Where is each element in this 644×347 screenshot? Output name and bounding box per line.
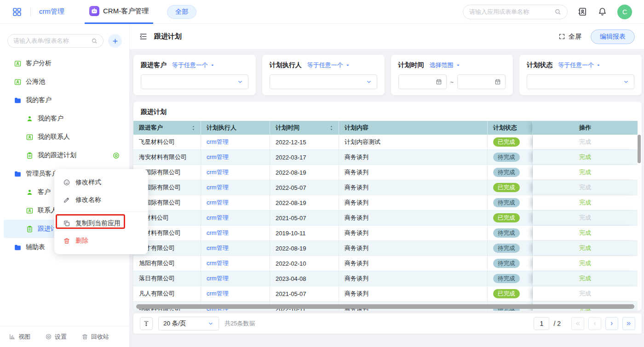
complete-action[interactable]: 完成 (579, 229, 591, 237)
sort-button[interactable] (328, 125, 334, 131)
filter-condition-dropdown[interactable]: 等于任意一个 (558, 61, 601, 69)
table-row-1[interactable]: 飞星材料公司crm管理2022-12-15计划内容测试已完成完成 (133, 135, 638, 150)
filter-value-select[interactable] (527, 74, 634, 89)
date-start-input[interactable] (398, 74, 447, 89)
sidebar-footer-2[interactable]: 设置 (45, 333, 67, 341)
column-label: 计划内容 (345, 124, 368, 132)
gear-button[interactable] (112, 152, 120, 159)
table-row-2[interactable]: 海安材料有限公司crm管理2022-03-17商务谈判待完成完成 (133, 150, 638, 165)
executor-link[interactable]: crm管理 (207, 244, 229, 252)
cell-date: 2022-02-10 (270, 256, 339, 271)
complete-action[interactable]: 完成 (579, 199, 591, 207)
sidebar-item-4[interactable]: 我的客户 (4, 109, 126, 128)
caret-icon (345, 63, 351, 68)
executor-link[interactable]: crm管理 (207, 183, 229, 192)
menu-item-4[interactable]: 删除 (54, 232, 148, 250)
executor-link[interactable]: crm管理 (207, 199, 229, 207)
complete-action[interactable]: 完成 (579, 168, 591, 176)
column-header-4: 计划内容 (339, 121, 488, 135)
tab-crm-customer-management[interactable]: CRM-客户管理 (85, 0, 153, 24)
executor-link[interactable]: crm管理 (207, 229, 229, 237)
table-row-5[interactable]: 宇国际有限公司crm管理2022-08-19商务谈判待完成完成 (133, 195, 638, 210)
cell-content: 商务谈判 (339, 165, 488, 180)
scope-all-pill[interactable]: 全部 (167, 5, 196, 19)
menu-item-1[interactable]: 修改样式 (54, 174, 148, 191)
table-row-6[interactable]: 星材料公司crm管理2021-05-07商务谈判已完成完成 (133, 210, 638, 226)
sidebar-item-6[interactable]: 我的跟进计划 (4, 146, 126, 165)
complete-action[interactable]: 完成 (579, 259, 591, 267)
complete-action[interactable]: 完成 (579, 153, 591, 161)
page-number-input[interactable]: 1 (534, 317, 549, 330)
column-header-1[interactable]: 跟进客户 (133, 121, 201, 135)
complete-action: 完成 (579, 183, 591, 192)
executor-link[interactable]: crm管理 (207, 214, 229, 222)
table-row-8[interactable]: 成才有限公司crm管理2022-08-19商务谈判待完成完成 (133, 241, 638, 256)
prev-page-button[interactable] (588, 317, 601, 330)
sidebar-item-1[interactable]: 客户分析 (4, 54, 126, 73)
sidebar-item-5[interactable]: 我的联系人 (4, 128, 126, 146)
executor-link[interactable]: crm管理 (207, 259, 229, 267)
table-row-3[interactable]: 瑾国际有限公司crm管理2022-08-19商务谈判待完成完成 (133, 165, 638, 180)
form-search-input[interactable]: 请输入表单/报表名称 (7, 34, 104, 48)
sidebar-footer-1[interactable]: 视图 (9, 333, 30, 341)
cell-action: 完成 (533, 150, 638, 165)
sort-button[interactable] (190, 125, 196, 131)
add-form-button[interactable] (108, 34, 122, 48)
collapse-sidebar-button[interactable] (139, 32, 148, 41)
filter-value-select[interactable] (141, 74, 248, 89)
menu-item-2[interactable]: 修改名称 (54, 191, 148, 209)
contact-icon (26, 133, 34, 141)
filter-condition-dropdown[interactable]: 等于任意一个 (172, 61, 215, 69)
executor-link[interactable]: crm管理 (207, 168, 229, 176)
cell-content: 商务谈判 (339, 241, 488, 256)
executor-link[interactable]: crm管理 (207, 138, 229, 146)
table-row-4[interactable]: 威国际有限公司crm管理2022-05-07商务谈判已完成完成 (133, 180, 638, 195)
last-page-button[interactable] (622, 317, 635, 330)
cell-date: 2022-03-17 (270, 150, 339, 165)
complete-action[interactable]: 完成 (579, 244, 591, 252)
status-badge: 待完成 (493, 198, 520, 208)
horizontal-scrollbar[interactable] (136, 304, 634, 309)
rowheight-icon (143, 320, 150, 327)
table-header-row: 跟进客户计划执行人计划时间计划内容计划状态操作 (133, 121, 638, 135)
topbar: crm管理 CRM-客户管理 全部 请输入应用或表单名称 C (0, 0, 644, 24)
row-height-button[interactable] (140, 317, 153, 330)
filter-condition-dropdown[interactable]: 选择范围 (430, 61, 461, 69)
complete-action[interactable]: 完成 (579, 274, 591, 283)
complete-action: 完成 (579, 214, 591, 222)
executor-link[interactable]: crm管理 (207, 153, 229, 161)
user-avatar[interactable]: C (617, 5, 632, 19)
column-header-3[interactable]: 计划时间 (270, 121, 339, 135)
cell-status: 待完成 (488, 226, 533, 240)
sidebar-item-3[interactable]: 我的客户 (4, 91, 126, 109)
sidebar-item-2[interactable]: 公海池 (4, 73, 126, 91)
executor-link[interactable]: crm管理 (207, 274, 229, 283)
cell-executor: crm管理 (201, 241, 270, 256)
table-row-7[interactable]: 俊材料有限公司crm管理2019-10-11商务谈判待完成完成 (133, 226, 638, 241)
sidebar-footer-3[interactable]: 回收站 (81, 333, 109, 341)
dleft-icon (575, 320, 581, 327)
notifications-bell-button[interactable] (598, 7, 607, 17)
date-end-input[interactable] (457, 74, 506, 89)
apps-grid-button[interactable] (12, 7, 22, 17)
copy-icon (63, 220, 70, 227)
fullscreen-button[interactable]: 全屏 (558, 33, 581, 41)
workspace-name[interactable]: crm管理 (39, 7, 64, 16)
table-row-9[interactable]: 旭阳有限公司crm管理2022-02-10商务谈判待完成完成 (133, 256, 638, 271)
filter-condition-dropdown[interactable]: 等于任意一个 (307, 61, 351, 69)
context-menu: 修改样式修改名称复制到当前应用删除 (54, 169, 148, 254)
next-page-button[interactable] (605, 317, 618, 330)
table-row-10[interactable]: 落日有限公司crm管理2023-04-08商务谈判待完成完成 (133, 271, 638, 286)
executor-link[interactable]: crm管理 (207, 290, 229, 298)
vertical-scrollbar[interactable] (638, 135, 641, 163)
edit-report-button[interactable]: 编辑报表 (591, 29, 635, 44)
global-search-input[interactable]: 请输入应用或表单名称 (463, 5, 568, 19)
filter-value-select[interactable] (270, 74, 377, 89)
page-size-select[interactable]: 20 条/页 (158, 317, 219, 330)
column-header-5: 计划状态 (488, 121, 533, 135)
table-row-11[interactable]: 凡人有限公司crm管理2021-05-07商务谈判已完成完成 (133, 286, 638, 301)
first-page-button[interactable] (571, 317, 584, 330)
contacts-button[interactable] (578, 7, 587, 17)
cell-status: 已完成 (488, 286, 533, 301)
menu-item-3[interactable]: 复制到当前应用 (54, 215, 148, 232)
